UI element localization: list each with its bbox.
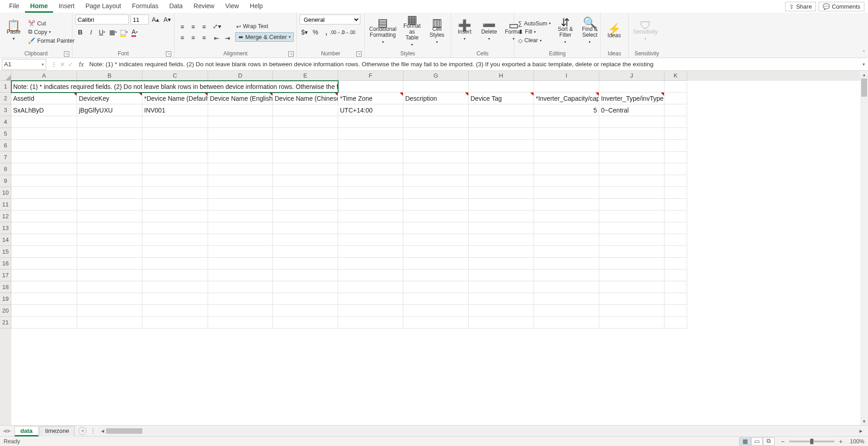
- menu-formulas[interactable]: Formulas: [126, 0, 164, 13]
- cell-G14[interactable]: [403, 234, 469, 246]
- cell-A7[interactable]: [11, 152, 77, 163]
- cell-C14[interactable]: [142, 234, 208, 246]
- bold-button[interactable]: B: [75, 27, 85, 37]
- cell-C12[interactable]: [142, 211, 208, 222]
- cell-I16[interactable]: [534, 258, 599, 270]
- align-right-icon[interactable]: ≡: [199, 33, 209, 43]
- scroll-up-icon[interactable]: ▲: [860, 71, 868, 78]
- cell-A9[interactable]: [11, 175, 77, 187]
- font-name-combo[interactable]: [75, 15, 129, 25]
- cell-D21[interactable]: [208, 317, 273, 328]
- copy-button[interactable]: ⧉Copy ▾: [27, 28, 76, 36]
- cell-E4[interactable]: [273, 116, 338, 128]
- format-painter-button[interactable]: 🖌️Format Painter: [27, 37, 76, 44]
- row-header-8[interactable]: 8: [0, 163, 11, 175]
- cell-B19[interactable]: [77, 293, 142, 305]
- collapse-ribbon-icon[interactable]: ˄: [863, 50, 865, 56]
- cell-A3[interactable]: SxALhByD: [11, 104, 77, 116]
- col-header-E[interactable]: E: [273, 71, 338, 81]
- add-sheet-button[interactable]: +: [78, 427, 87, 435]
- sort-filter-button[interactable]: ⇵Sort & Filter▾: [554, 19, 576, 46]
- cell-J2[interactable]: Inverter_Type/invType: [599, 93, 664, 104]
- borders-button[interactable]: ▦▾: [108, 27, 118, 37]
- comments-button[interactable]: 💬Comments: [819, 2, 864, 11]
- row-header-15[interactable]: 15: [0, 246, 11, 258]
- cell-B17[interactable]: [77, 270, 142, 281]
- cell-B5[interactable]: [77, 128, 142, 140]
- menu-page-layout[interactable]: Page Layout: [80, 0, 126, 13]
- cell-D12[interactable]: [208, 211, 273, 222]
- share-button[interactable]: ⇪Share: [785, 2, 816, 11]
- cell-K12[interactable]: [664, 211, 687, 222]
- cell-D14[interactable]: [208, 234, 273, 246]
- clear-button[interactable]: ◇Clear ▾: [517, 37, 552, 44]
- col-header-D[interactable]: D: [208, 71, 273, 81]
- cell-E6[interactable]: [273, 140, 338, 152]
- menu-help[interactable]: Help: [244, 0, 268, 13]
- cell-F12[interactable]: [338, 211, 403, 222]
- cell-F9[interactable]: [338, 175, 403, 187]
- cell-A11[interactable]: [11, 199, 77, 211]
- cell-J9[interactable]: [599, 175, 664, 187]
- row-header-1[interactable]: 1: [0, 81, 11, 93]
- cell-K21[interactable]: [664, 317, 687, 328]
- expand-formula-bar-icon[interactable]: ▾: [859, 62, 868, 67]
- cell-C9[interactable]: [142, 175, 208, 187]
- row-header-21[interactable]: 21: [0, 317, 11, 328]
- cell-E11[interactable]: [273, 199, 338, 211]
- align-top-icon[interactable]: ≡: [177, 22, 187, 32]
- cell-H6[interactable]: [469, 140, 534, 152]
- cell-E14[interactable]: [273, 234, 338, 246]
- col-header-J[interactable]: J: [599, 71, 664, 81]
- cell-J8[interactable]: [599, 163, 664, 175]
- cell-I19[interactable]: [534, 293, 599, 305]
- insert-cells-button[interactable]: ➕Insert▾: [454, 21, 475, 43]
- cell-B9[interactable]: [77, 175, 142, 187]
- cell-H8[interactable]: [469, 163, 534, 175]
- percent-button[interactable]: %: [310, 27, 320, 37]
- cell-H15[interactable]: [469, 246, 534, 258]
- cell-K4[interactable]: [664, 116, 687, 128]
- cell-F7[interactable]: [338, 152, 403, 163]
- cell-K11[interactable]: [664, 199, 687, 211]
- cell-D6[interactable]: [208, 140, 273, 152]
- cell-I8[interactable]: [534, 163, 599, 175]
- cell-K5[interactable]: [664, 128, 687, 140]
- alignment-dialog-launcher[interactable]: ↘: [288, 51, 294, 57]
- cell-J7[interactable]: [599, 152, 664, 163]
- cell-I3[interactable]: 5: [534, 104, 599, 116]
- cell-A17[interactable]: [11, 270, 77, 281]
- fill-color-button[interactable]: ⬚▾: [119, 27, 129, 37]
- cell-C15[interactable]: [142, 246, 208, 258]
- cell-F13[interactable]: [338, 222, 403, 234]
- align-middle-icon[interactable]: ≡: [188, 22, 198, 32]
- cell-J13[interactable]: [599, 222, 664, 234]
- cell-A14[interactable]: [11, 234, 77, 246]
- cell-F2[interactable]: *Time Zone: [338, 93, 403, 104]
- cell-H3[interactable]: [469, 104, 534, 116]
- cell-A16[interactable]: [11, 258, 77, 270]
- decrease-decimal-icon[interactable]: .0→.00: [343, 27, 353, 37]
- sensitivity-button[interactable]: 🛡Sensitivity▾: [631, 21, 659, 43]
- cell-styles-button[interactable]: ▥Cell Styles▾: [426, 19, 448, 46]
- tab-nav-prev-icon[interactable]: ◀: [3, 428, 6, 434]
- cell-J16[interactable]: [599, 258, 664, 270]
- cell-A12[interactable]: [11, 211, 77, 222]
- cell-A2[interactable]: AssetId: [11, 93, 77, 104]
- cell-G1[interactable]: [403, 81, 469, 93]
- cell-E21[interactable]: [273, 317, 338, 328]
- cell-G4[interactable]: [403, 116, 469, 128]
- cell-K7[interactable]: [664, 152, 687, 163]
- cell-I17[interactable]: [534, 270, 599, 281]
- cell-E2[interactable]: Device Name (Chinese): [273, 93, 338, 104]
- cell-D16[interactable]: [208, 258, 273, 270]
- cell-K19[interactable]: [664, 293, 687, 305]
- cell-D13[interactable]: [208, 222, 273, 234]
- cell-A20[interactable]: [11, 305, 77, 317]
- cell-I9[interactable]: [534, 175, 599, 187]
- cell-B12[interactable]: [77, 211, 142, 222]
- row-header-11[interactable]: 11: [0, 199, 11, 211]
- cell-G18[interactable]: [403, 281, 469, 293]
- cell-F16[interactable]: [338, 258, 403, 270]
- autosum-button[interactable]: ∑AutoSum ▾: [517, 20, 552, 27]
